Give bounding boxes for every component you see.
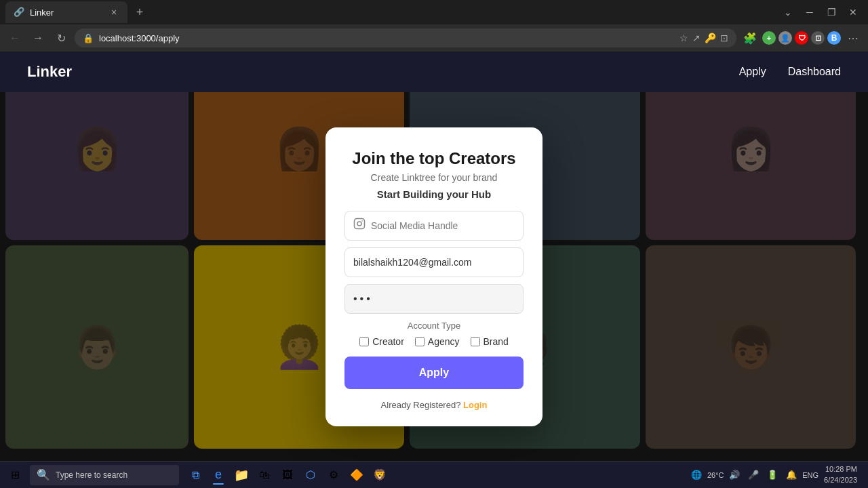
key-icon[interactable]: 🔑 — [705, 33, 716, 43]
taskbar-system-tray: 🌐 26°C 🔊 🎤 🔋 🔔 ENG 10:28 PM 6/24/2023 — [688, 464, 865, 485]
account-type-creator[interactable]: Creator — [359, 336, 404, 347]
brave-icon[interactable]: 🦁 — [369, 464, 391, 486]
vscode-icon[interactable]: ⬡ — [300, 464, 321, 486]
weather-icon[interactable]: 26°C — [707, 467, 724, 483]
microphone-icon[interactable]: 🎤 — [745, 467, 762, 483]
edge-icon: e — [215, 468, 222, 482]
tab-bar: 🔗 Linker × + ⌄ ─ ❐ ✕ — [0, 0, 868, 24]
lock-icon: 🔒 — [83, 33, 94, 43]
speaker-icon[interactable]: 🔊 — [726, 467, 743, 483]
photos-icon[interactable]: 🖼 — [277, 464, 298, 486]
edge-browser-icon[interactable]: e — [208, 464, 229, 486]
tab-list-button[interactable]: ⌄ — [778, 3, 797, 22]
svg-rect-0 — [355, 219, 365, 229]
browser-chrome: 🔗 Linker × + ⌄ ─ ❐ ✕ ← → ↻ 🔒 localhost:3… — [0, 0, 868, 52]
profile-avatar[interactable]: B — [827, 31, 841, 45]
agency-checkbox[interactable] — [415, 337, 425, 346]
store-icon: 🛍 — [259, 469, 270, 481]
email-input[interactable] — [344, 247, 524, 277]
tab-close-button[interactable]: × — [108, 7, 119, 18]
password-dots: ••• — [353, 293, 373, 305]
system-clock[interactable]: 10:28 PM 6/24/2023 — [821, 464, 860, 485]
taskbar-search-icon: 🔍 — [37, 468, 50, 481]
agency-label: Agency — [428, 336, 460, 347]
reload-button[interactable]: ↻ — [52, 28, 71, 47]
taskbar-pinned-icons: ⧉ e 📁 🛍 🖼 ⬡ ⚙ 🔶 🦁 — [184, 464, 391, 486]
brand-checkbox[interactable] — [471, 337, 480, 346]
social-handle-input[interactable] — [371, 220, 515, 231]
start-button[interactable]: ⊞ — [3, 463, 27, 487]
navbar-brand: Linker — [27, 63, 72, 81]
address-bar-icons: ☆ ↗ 🔑 ⊡ — [679, 33, 728, 43]
active-tab[interactable]: 🔗 Linker × — [5, 1, 127, 23]
nav-dashboard-link[interactable]: Dashboard — [788, 66, 841, 78]
email-group — [344, 247, 524, 277]
ext-profile-icon[interactable]: 👤 — [778, 31, 792, 45]
tab-title: Linker — [30, 7, 54, 18]
close-window-button[interactable]: ✕ — [844, 3, 863, 22]
instagram-icon — [353, 218, 366, 233]
share-icon[interactable]: ↗ — [692, 33, 701, 43]
terminal-icon[interactable]: ⚙ — [323, 464, 344, 486]
account-type-label: Account Type — [344, 321, 524, 331]
back-button[interactable]: ← — [5, 28, 24, 47]
modal-title: Join the top Creators — [344, 149, 524, 168]
forward-button[interactable]: → — [28, 28, 47, 47]
battery-icon[interactable]: 🔋 — [764, 467, 781, 483]
ext-puzzle-icon[interactable]: ⊡ — [811, 31, 825, 45]
collection-icon[interactable]: ⊡ — [720, 33, 728, 43]
account-type-agency[interactable]: Agency — [415, 336, 460, 347]
settings-button[interactable]: ⋯ — [844, 28, 863, 47]
taskbar-search-text: Type here to search — [56, 470, 127, 480]
url-text: localhost:3000/apply — [99, 33, 674, 43]
modal-overlay: Join the top Creators Create Linktree fo… — [0, 92, 868, 461]
file-explorer-icon[interactable]: 📁 — [231, 464, 252, 486]
navbar-links: Apply Dashboard — [739, 66, 841, 78]
social-handle-group — [344, 211, 524, 241]
creator-label: Creator — [372, 336, 404, 347]
login-link[interactable]: Login — [463, 400, 487, 410]
brand-label: Brand — [484, 336, 509, 347]
navbar: Linker Apply Dashboard — [0, 52, 868, 92]
vlc-icon[interactable]: 🔶 — [346, 464, 368, 486]
ext-plus-icon[interactable]: + — [762, 31, 776, 45]
svg-point-2 — [361, 220, 363, 222]
address-bar-row: ← → ↻ 🔒 localhost:3000/apply ☆ ↗ 🔑 ⊡ 🧩 +… — [0, 24, 868, 52]
clock-date: 6/24/2023 — [824, 475, 857, 485]
language-indicator[interactable]: ENG — [802, 471, 818, 479]
windows-icon: ⊞ — [11, 468, 20, 481]
extensions-button[interactable]: 🧩 — [741, 28, 760, 47]
apply-modal: Join the top Creators Create Linktree fo… — [326, 127, 542, 426]
vlc-app-icon: 🔶 — [350, 468, 363, 481]
restore-button[interactable]: ❐ — [822, 3, 841, 22]
taskbar: ⊞ 🔍 Type here to search ⧉ e 📁 🛍 🖼 ⬡ ⚙ 🔶 — [0, 461, 868, 488]
minimize-button[interactable]: ─ — [800, 3, 819, 22]
modal-section-title: Start Building your Hub — [344, 188, 524, 200]
creator-checkbox[interactable] — [359, 337, 369, 346]
clock-time: 10:28 PM — [824, 464, 857, 474]
notification-icon[interactable]: 🔔 — [783, 467, 800, 483]
account-type-options: Creator Agency Brand — [344, 336, 524, 347]
star-icon[interactable]: ☆ — [679, 33, 688, 43]
address-bar[interactable]: 🔒 localhost:3000/apply ☆ ↗ 🔑 ⊡ — [75, 28, 736, 47]
terminal-app-icon: ⚙ — [329, 468, 338, 481]
microsoft-store-icon[interactable]: 🛍 — [254, 464, 275, 486]
network-icon[interactable]: 🌐 — [688, 467, 705, 483]
already-registered-text: Already Registered? Login — [344, 400, 524, 410]
vscode-app-icon: ⬡ — [306, 468, 315, 481]
brave-app-icon: 🦁 — [373, 468, 387, 481]
nav-apply-link[interactable]: Apply — [739, 66, 766, 78]
apply-button[interactable]: Apply — [344, 357, 524, 389]
task-view-button[interactable]: ⧉ — [184, 464, 206, 486]
social-handle-input-wrapper — [344, 211, 524, 241]
taskbar-search[interactable]: 🔍 Type here to search — [30, 465, 179, 485]
modal-subtitle: Create Linktree for your brand — [344, 172, 524, 183]
browser-action-btns: 🧩 + 👤 🛡 ⊡ B ⋯ — [741, 28, 863, 47]
photos-app-icon: 🖼 — [282, 469, 293, 481]
weather-temp: 26°C — [707, 471, 724, 479]
already-registered-label: Already Registered? — [381, 400, 461, 410]
account-type-brand[interactable]: Brand — [471, 336, 509, 347]
ext-antivirus-icon[interactable]: 🛡 — [795, 31, 808, 45]
new-tab-button[interactable]: + — [130, 3, 149, 22]
svg-point-1 — [357, 222, 361, 226]
